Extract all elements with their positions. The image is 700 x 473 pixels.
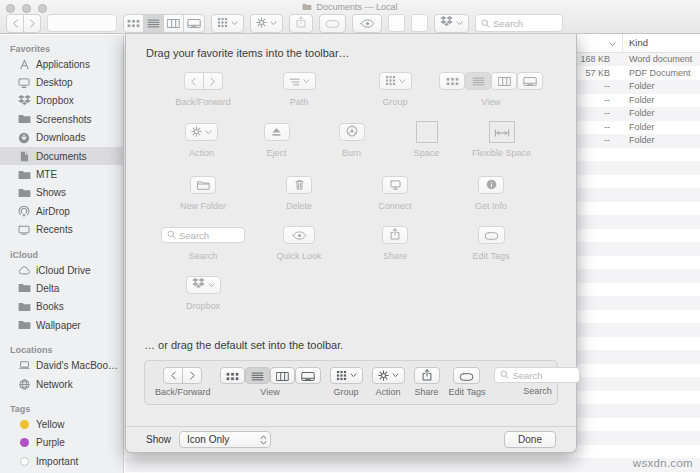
icon-view-button[interactable] (220, 367, 245, 384)
file-kind: Folder (629, 94, 655, 108)
toolbar-search-field[interactable] (475, 14, 563, 32)
books-icon (17, 300, 31, 313)
sidebar-item-mte[interactable]: MTE (0, 165, 123, 183)
default-action[interactable]: Action (372, 367, 405, 397)
list-view-icon (472, 72, 485, 90)
search-field[interactable] (161, 227, 245, 243)
flexible-space-box[interactable] (489, 121, 515, 143)
back-button[interactable] (6, 14, 24, 33)
back-button[interactable] (184, 72, 204, 90)
item-edit-tags[interactable]: Edit Tags (443, 224, 539, 261)
content-area: 168 KBWord document57 KBPDF Document--Fo… (125, 35, 700, 473)
item-space[interactable]: Space (389, 121, 464, 158)
default-back-forward[interactable]: Back/Forward (155, 367, 211, 397)
window-title: Documents — Local (0, 1, 700, 13)
item-new-folder[interactable]: New Folder (155, 174, 251, 211)
sidebar-item-applications[interactable]: Applications (0, 55, 123, 73)
default-edit-tags[interactable]: Edit Tags (449, 367, 486, 397)
item-delete[interactable]: Delete (251, 174, 347, 211)
sidebar-item-yellow[interactable]: Yellow (0, 415, 123, 433)
sidebar-item-icloud-drive[interactable]: iCloud Drive (0, 261, 123, 279)
icon-view-button[interactable] (123, 14, 144, 33)
file-kind: Folder (629, 134, 655, 148)
default-search[interactable]: Search (494, 367, 580, 396)
coverflow-view-button[interactable] (295, 367, 321, 384)
group-dropdown[interactable] (211, 14, 244, 33)
item-connect[interactable]: Connect (347, 174, 443, 211)
sidebar-item-important[interactable]: Important (0, 452, 123, 470)
default-view[interactable]: View (220, 367, 321, 397)
forward-button[interactable] (23, 14, 41, 33)
coverflow-view-button[interactable] (183, 14, 205, 33)
list-view-button[interactable] (465, 72, 491, 90)
tag-icon (325, 14, 340, 32)
sidebar-item-dropbox[interactable]: Dropbox (0, 92, 123, 110)
edit-tags-button[interactable] (319, 14, 346, 33)
default-group[interactable]: Group (330, 367, 363, 397)
back-button[interactable] (163, 367, 183, 384)
item-quick-look[interactable]: Quick Look (251, 224, 347, 261)
item-flexible-space[interactable]: Flexible Space (464, 121, 539, 158)
space-box[interactable] (416, 121, 438, 143)
chevron-down-icon (270, 21, 277, 26)
item-get-info[interactable]: Get Info (443, 174, 539, 211)
quick-look-button[interactable] (352, 14, 382, 33)
chevron-down-icon (350, 373, 357, 378)
space-placeholder[interactable] (411, 14, 428, 32)
column-view-button[interactable] (163, 14, 184, 33)
item-path[interactable]: Path (251, 70, 347, 107)
search-input[interactable] (493, 18, 557, 29)
sidebar-item-network[interactable]: Network (0, 375, 123, 393)
search-input[interactable] (179, 230, 239, 241)
forward-button[interactable] (203, 72, 223, 90)
sidebar-item-downloads[interactable]: Downloads (0, 129, 123, 147)
kind-column-header[interactable]: Kind (629, 37, 648, 48)
list-view-button[interactable] (143, 14, 164, 33)
item-group[interactable]: Group (347, 70, 443, 107)
sidebar-item-delta[interactable]: Delta (0, 279, 123, 297)
sidebar-item-books[interactable]: Books (0, 298, 123, 316)
sidebar-item-recents[interactable]: Recents (0, 221, 123, 239)
coverflow-view-button[interactable] (517, 72, 543, 90)
forward-button[interactable] (182, 367, 202, 384)
show-popup[interactable]: Icon Only (179, 431, 271, 448)
space-placeholder[interactable] (388, 14, 405, 32)
sort-chevron-icon[interactable] (609, 38, 616, 49)
item-burn[interactable]: Burn (314, 121, 389, 158)
column-view-button[interactable] (491, 72, 517, 90)
sidebar-item-purple[interactable]: Purple (0, 434, 123, 452)
done-button[interactable]: Done (504, 431, 556, 448)
sidebar-item-documents[interactable]: Documents (0, 147, 123, 165)
icon-view-button[interactable] (439, 72, 465, 90)
column-view-button[interactable] (270, 367, 295, 384)
gear-icon (378, 367, 389, 385)
toolbar-drop-placeholder[interactable] (47, 14, 117, 32)
dropbox-dropdown[interactable] (434, 14, 469, 33)
tag-icon (484, 226, 499, 244)
default-share[interactable]: Share (414, 367, 440, 397)
chevron-updown-icon (260, 435, 267, 445)
share-button[interactable] (289, 14, 313, 33)
item-back-forward[interactable]: Back/Forward (155, 70, 251, 107)
column-divider[interactable] (622, 34, 623, 52)
file-kind: Folder (629, 121, 655, 135)
item-action[interactable]: Action (164, 121, 239, 158)
item-search[interactable]: Search (155, 224, 251, 261)
sidebar-item-desktop[interactable]: Desktop (0, 73, 123, 91)
action-dropdown[interactable] (250, 14, 283, 33)
search-field[interactable] (494, 367, 580, 383)
item-view[interactable]: View (443, 70, 539, 107)
sidebar-item-airdrop[interactable]: AirDrop (0, 202, 123, 220)
trash-icon (295, 176, 304, 194)
sidebar-item-shows[interactable]: Shows (0, 184, 123, 202)
sidebar-item-wallpaper[interactable]: Wallpaper (0, 316, 123, 334)
item-share[interactable]: Share (347, 224, 443, 261)
downloads-icon (17, 131, 31, 144)
default-set-panel[interactable]: Back/Forward View Group (144, 360, 558, 405)
list-view-button[interactable] (245, 367, 270, 384)
search-input[interactable] (512, 370, 574, 381)
sidebar-item-david-s-macboo[interactable]: David's MacBoo… (0, 356, 123, 374)
sidebar-item-screenshots[interactable]: Screenshots (0, 110, 123, 128)
item-eject[interactable]: Eject (239, 121, 314, 158)
item-dropbox[interactable]: Dropbox (155, 274, 251, 311)
